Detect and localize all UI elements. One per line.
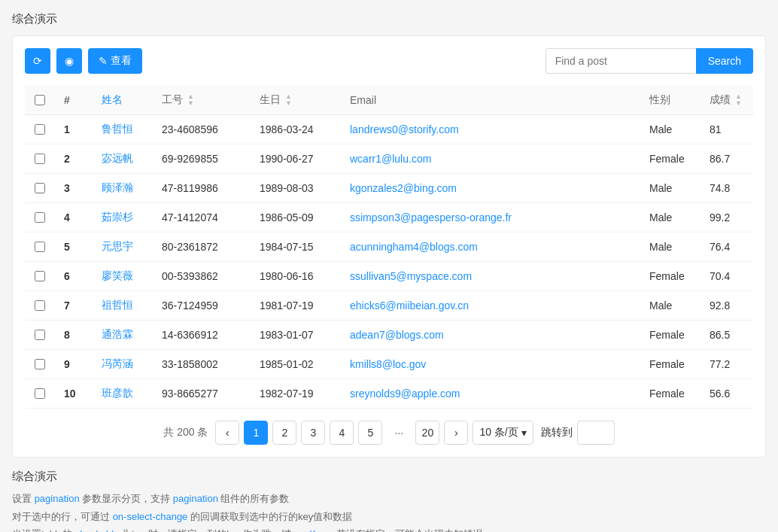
toolbar: ⟳ ◉ ✎ 查看 Search xyxy=(25,48,753,74)
prev-page-button[interactable]: ‹ xyxy=(215,421,239,445)
th-id[interactable]: 工号 ▲▼ xyxy=(153,86,251,115)
ellipsis: ··· xyxy=(387,421,411,445)
desc-line2: 对于选中的行，可通过 on-select-change 的回调获取到选中的行的k… xyxy=(12,508,766,525)
cell-birth: 1984-07-15 xyxy=(251,233,341,262)
cell-name: 廖笑薇 xyxy=(93,262,153,291)
desc-line1: 设置 pagination 参数显示分页，支持 pagination 组件的所有… xyxy=(12,490,766,507)
row-checkbox[interactable] xyxy=(35,212,45,223)
page-3-button[interactable]: 3 xyxy=(301,421,325,445)
page-5-button[interactable]: 5 xyxy=(358,421,382,445)
page-size-selector[interactable]: 10 条/页 ▾ xyxy=(473,421,533,445)
cell-check xyxy=(25,144,55,174)
cell-id: 14-6366912 xyxy=(153,321,251,350)
cell-birth: 1980-06-16 xyxy=(251,262,341,291)
cell-score: 86.7 xyxy=(701,144,753,174)
th-name: 姓名 xyxy=(93,86,153,115)
th-num: # xyxy=(55,86,93,115)
cell-email: ehicks6@miibeian.gov.cn xyxy=(341,291,640,321)
refresh-icon: ⟳ xyxy=(33,55,42,67)
eye-button[interactable]: ◉ xyxy=(56,48,82,74)
table-row: 2 宓远帆 69-9269855 1990-06-27 wcarr1@lulu.… xyxy=(25,144,753,174)
cell-gender: Male xyxy=(640,115,701,144)
cell-name: 鲁哲恒 xyxy=(93,115,153,144)
cell-num: 5 xyxy=(55,233,93,262)
cell-name: 元思宇 xyxy=(93,233,153,262)
page-title: 综合演示 xyxy=(12,12,766,26)
cell-score: 74.8 xyxy=(701,174,753,203)
cell-birth: 1985-01-02 xyxy=(251,350,341,379)
cell-num: 8 xyxy=(55,321,93,350)
cell-check xyxy=(25,233,55,262)
cell-id: 80-2361872 xyxy=(153,233,251,262)
cell-num: 10 xyxy=(55,379,93,409)
cell-num: 4 xyxy=(55,203,93,233)
cell-gender: Male xyxy=(640,291,701,321)
search-input[interactable] xyxy=(546,48,696,74)
cell-gender: Male xyxy=(640,233,701,262)
total-info: 共 200 条 xyxy=(163,426,208,439)
edit-icon: ✎ xyxy=(99,55,108,67)
cell-id: 23-4608596 xyxy=(153,115,251,144)
cell-gender: Female xyxy=(640,144,701,174)
desc-body: 设置 pagination 参数显示分页，支持 pagination 组件的所有… xyxy=(12,490,766,532)
goto-input[interactable] xyxy=(577,421,615,445)
cell-num: 1 xyxy=(55,115,93,144)
cell-name: 宓远帆 xyxy=(93,144,153,174)
page-last-button[interactable]: 20 xyxy=(415,421,439,445)
row-checkbox[interactable] xyxy=(35,330,45,340)
cell-id: 36-7124959 xyxy=(153,291,251,321)
cell-name: 通浩霖 xyxy=(93,321,153,350)
row-checkbox[interactable] xyxy=(35,271,45,281)
th-birth[interactable]: 生日 ▲▼ xyxy=(251,86,341,115)
cell-check xyxy=(25,262,55,291)
page-1-button[interactable]: 1 xyxy=(244,421,268,445)
cell-email: ssullivan5@myspace.com xyxy=(341,262,640,291)
row-checkbox[interactable] xyxy=(35,154,45,164)
cell-score: 77.2 xyxy=(701,350,753,379)
table-row: 6 廖笑薇 00-5393862 1980-06-16 ssullivan5@m… xyxy=(25,262,753,291)
description-section: 综合演示 设置 pagination 参数显示分页，支持 pagination … xyxy=(12,470,766,532)
table-row: 1 鲁哲恒 23-4608596 1986-03-24 landrews0@st… xyxy=(25,115,753,144)
refresh-button[interactable]: ⟳ xyxy=(25,48,50,74)
goto-label: 跳转到 xyxy=(541,426,573,439)
cell-gender: Female xyxy=(640,379,701,409)
table-row: 9 冯芮涵 33-1858002 1985-01-02 kmills8@loc.… xyxy=(25,350,753,379)
th-score[interactable]: 成绩 ▲▼ xyxy=(701,86,753,115)
row-checkbox[interactable] xyxy=(35,300,45,311)
row-checkbox[interactable] xyxy=(35,183,45,193)
cell-id: 93-8665277 xyxy=(153,379,251,409)
cell-score: 81 xyxy=(701,115,753,144)
th-gender: 性别 xyxy=(640,86,701,115)
cell-check xyxy=(25,291,55,321)
cell-birth: 1986-05-09 xyxy=(251,203,341,233)
table-row: 4 茹崇杉 47-1412074 1986-05-09 ssimpson3@pa… xyxy=(25,203,753,233)
cell-email: kgonzales2@bing.com xyxy=(341,174,640,203)
cell-id: 47-1412074 xyxy=(153,203,251,233)
desc-title: 综合演示 xyxy=(12,470,766,484)
th-email: Email xyxy=(341,86,640,115)
page-2-button[interactable]: 2 xyxy=(272,421,296,445)
select-all-checkbox[interactable] xyxy=(35,95,45,105)
sort-icon-score: ▲▼ xyxy=(735,93,742,107)
sort-icon-birth: ▲▼ xyxy=(285,93,292,107)
cell-score: 56.6 xyxy=(701,379,753,409)
row-checkbox[interactable] xyxy=(35,388,45,399)
search-button[interactable]: Search xyxy=(696,48,753,74)
cell-check xyxy=(25,321,55,350)
cell-name: 顾泽瀚 xyxy=(93,174,153,203)
cell-birth: 1981-07-19 xyxy=(251,291,341,321)
page-4-button[interactable]: 4 xyxy=(330,421,354,445)
desc-line3: 当设置table的 checkable 为true时，请指定一列的key作为唯一… xyxy=(12,525,766,532)
cell-gender: Male xyxy=(640,174,701,203)
row-checkbox[interactable] xyxy=(35,242,45,252)
cell-gender: Female xyxy=(640,350,701,379)
view-button[interactable]: ✎ 查看 xyxy=(88,48,142,74)
cell-name: 茹崇杉 xyxy=(93,203,153,233)
row-checkbox[interactable] xyxy=(35,359,45,369)
cell-score: 92.8 xyxy=(701,291,753,321)
row-checkbox[interactable] xyxy=(35,124,45,135)
cell-check xyxy=(25,203,55,233)
toolbar-left: ⟳ ◉ ✎ 查看 xyxy=(25,48,142,74)
goto-section: 跳转到 xyxy=(541,421,615,445)
next-page-button[interactable]: › xyxy=(444,421,468,445)
